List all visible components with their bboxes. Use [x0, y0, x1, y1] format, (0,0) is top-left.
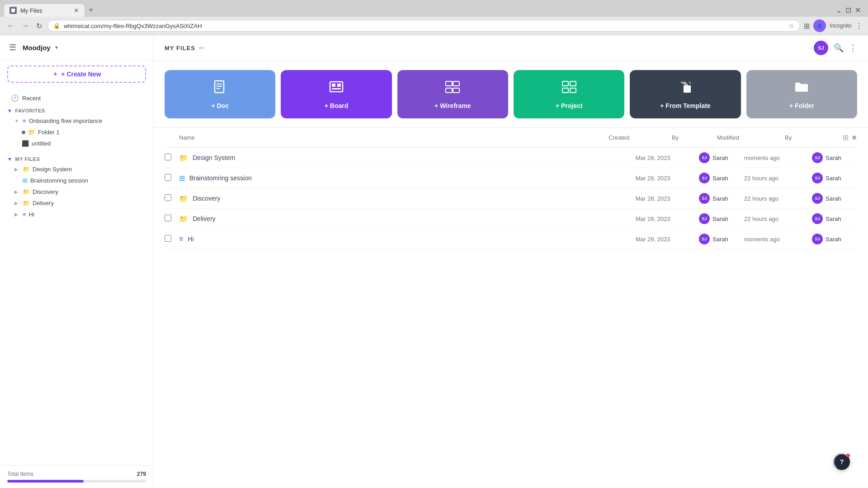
checkbox-2[interactable] [165, 174, 171, 181]
row-file-name-4: Delivery [193, 215, 216, 222]
create-folder-button[interactable]: + Folder [746, 70, 857, 118]
row-mod-name-4: Sarah [826, 216, 841, 222]
create-from-template-button[interactable]: + From Template [630, 70, 741, 118]
bookmark-icon: ☆ [788, 22, 794, 29]
row-by-name-5: Sarah [712, 236, 728, 243]
more-options-button[interactable]: ⋮ [849, 43, 857, 53]
address-bar[interactable]: 🔒 whimsical.com/my-files-RbgQx3WzzanGysA… [47, 20, 800, 32]
row-name-2[interactable]: ⊞ Brainstomring session [179, 174, 636, 183]
help-button-container: ? [843, 463, 859, 479]
svg-rect-15 [562, 88, 568, 93]
checkbox-5[interactable] [165, 235, 171, 242]
search-button[interactable]: 🔍 [834, 43, 844, 53]
browser-tab[interactable]: My Files ✕ [4, 4, 85, 17]
row-check-4[interactable] [165, 215, 179, 223]
disc-toggle-icon: ▶ [14, 189, 20, 194]
checkbox-4[interactable] [165, 215, 171, 221]
svg-marker-19 [688, 82, 691, 84]
row-name-1[interactable]: 📁 Design System [179, 154, 636, 162]
row-check-1[interactable] [165, 154, 179, 162]
row-name-3[interactable]: 📁 Discovery [179, 194, 636, 203]
forward-button[interactable]: → [20, 20, 31, 32]
modified-header-label: Modified [717, 134, 739, 141]
row-modified-2: 22 hours ago [744, 175, 812, 182]
folder1-bullet [22, 131, 25, 134]
minimize-button[interactable]: ⌄ [836, 6, 842, 14]
favorites-label: FAVORITES [15, 108, 45, 113]
sidebar-header: ☰ Moodjoy ▾ [0, 35, 153, 60]
restore-button[interactable]: ⊡ [845, 6, 851, 14]
create-board-button[interactable]: + Board [281, 70, 392, 118]
new-tab-button[interactable]: + [85, 4, 97, 17]
sidebar-item-discovery[interactable]: ▶ 📁 Discovery [0, 186, 153, 197]
checkbox-3[interactable] [165, 194, 171, 201]
main-title-area: MY FILES ✏ [165, 44, 204, 52]
help-notification-dot [846, 454, 850, 457]
hi-doc-icon: ≡ [23, 211, 26, 218]
svg-rect-0 [11, 9, 15, 12]
sidebar-content: 🕐 Recent ▼ FAVORITES ▼ ≡ Onboarding flow… [0, 88, 153, 465]
list-view-button[interactable]: ≡ [851, 132, 857, 143]
sidebar-item-folder1[interactable]: 📁 Folder 1 [0, 127, 153, 138]
create-doc-button[interactable]: + Doc [165, 70, 275, 118]
svg-rect-13 [562, 81, 568, 86]
sidebar-item-delivery[interactable]: ▶ 📁 Delivery [0, 197, 153, 209]
table-row: 📁 Design System Mar 28, 2023 SJ Sarah mo… [165, 148, 857, 168]
user-avatar[interactable]: SJ [814, 41, 828, 55]
edit-title-icon[interactable]: ✏ [199, 44, 204, 52]
create-new-plus-icon: ＋ [52, 70, 58, 78]
row-by-5: SJ Sarah [699, 234, 744, 244]
row-check-3[interactable] [165, 194, 179, 202]
svg-rect-10 [453, 81, 459, 86]
sidebar-item-untitled[interactable]: ⬛ untitled [0, 138, 153, 149]
my-files-section-header[interactable]: ▼ MY FILES [0, 153, 153, 164]
row-check-2[interactable] [165, 174, 179, 182]
tab-title: My Files [20, 7, 42, 14]
reload-button[interactable]: ↻ [34, 20, 44, 32]
sidebar-item-onboarding[interactable]: ▼ ≡ Onboarding flow importance [0, 115, 153, 127]
profile-button[interactable]: 👤 [813, 19, 826, 32]
row-by-name-2: Sarah [712, 175, 728, 182]
workspace-chevron-icon: ▾ [55, 44, 58, 51]
row-name-5[interactable]: ≡ Hi [179, 235, 636, 243]
row-check-5[interactable] [165, 235, 179, 243]
svg-rect-12 [453, 88, 459, 93]
sidebar-toggle-button[interactable]: ☰ [7, 41, 18, 54]
sidebar: ☰ Moodjoy ▾ ＋ + Create New 🕐 Recent ▼ FA… [0, 35, 154, 488]
svg-rect-9 [446, 81, 452, 86]
back-button[interactable]: ← [5, 20, 16, 32]
row-file-name-5: Hi [188, 235, 193, 243]
sidebar-item-design-system[interactable]: ▶ 📁 Design System [0, 164, 153, 175]
board-icon: ⊞ [23, 177, 28, 184]
header-by2-col: By [785, 134, 830, 141]
extensions-button[interactable]: ⊞ [804, 22, 810, 30]
help-button[interactable]: ? [834, 454, 850, 470]
sidebar-item-brainstorming[interactable]: ⊞ Brainstomring session [0, 175, 153, 186]
create-wireframe-button[interactable]: + Wireframe [397, 70, 508, 118]
create-project-button[interactable]: + Project [514, 70, 624, 118]
sidebar-item-hi[interactable]: ▶ ≡ Hi [0, 209, 153, 220]
create-new-button[interactable]: ＋ + Create New [7, 66, 146, 83]
close-window-button[interactable]: ✕ [855, 6, 861, 14]
sidebar-item-recent[interactable]: 🕐 Recent [4, 92, 150, 104]
row-created-1: Mar 28, 2023 [636, 155, 699, 161]
my-files-label: MY FILES [15, 156, 40, 162]
browser-more-button[interactable]: ⋮ [855, 22, 863, 30]
favorites-section-header[interactable]: ▼ FAVORITES [0, 104, 153, 115]
row-folder-icon-1: 📁 [179, 154, 188, 162]
checkbox-1[interactable] [165, 154, 171, 160]
grid-view-button[interactable]: ⊞ [842, 132, 849, 143]
svg-rect-14 [570, 81, 576, 86]
workspace-name[interactable]: Moodjoy [23, 44, 51, 52]
table-row: ≡ Hi Mar 29, 2023 SJ Sarah moments ago S… [165, 229, 857, 249]
row-mod-avatar-3: SJ [812, 193, 823, 204]
storage-progress-bar [7, 480, 146, 483]
folder-action-label: + Folder [789, 102, 814, 109]
hi-toggle-icon: ▶ [14, 212, 20, 217]
tree-toggle-icon: ▼ [14, 118, 20, 123]
tab-close-button[interactable]: ✕ [74, 7, 79, 14]
row-name-4[interactable]: 📁 Delivery [179, 215, 636, 223]
template-action-label: + From Template [660, 102, 710, 109]
row-doc-icon-5: ≡ [179, 235, 183, 243]
row-avatar-4: SJ [699, 213, 710, 224]
